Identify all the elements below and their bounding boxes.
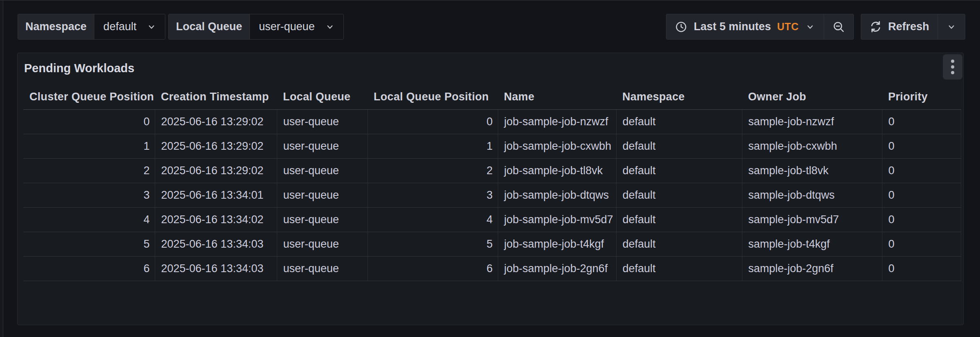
namespace-variable-dropdown[interactable]: default [94, 14, 165, 39]
kebab-menu-icon [951, 71, 954, 74]
table-cell-name: job-sample-job-2gn6f [498, 256, 616, 281]
refresh-button-group: Refresh [861, 14, 965, 40]
table-cell-creation-timestamp: 2025-06-16 13:34:01 [155, 183, 277, 207]
table-cell-name: job-sample-job-t4kgf [498, 232, 616, 256]
table-cell-namespace: default [616, 256, 742, 281]
table-cell-cluster-queue-position: 5 [23, 232, 155, 256]
table-cell-priority: 0 [882, 109, 961, 134]
table-cell-creation-timestamp: 2025-06-16 13:34:03 [155, 256, 277, 281]
table-cell-local-queue: user-queue [277, 158, 368, 183]
table-cell-local-queue: user-queue [277, 256, 368, 281]
column-header-local-queue[interactable]: Local Queue [277, 85, 368, 109]
table-cell-local-queue-position: 2 [368, 158, 498, 183]
table-cell-cluster-queue-position: 0 [23, 109, 155, 134]
panel-menu-button[interactable] [943, 54, 962, 80]
table-cell-local-queue-position: 6 [368, 256, 498, 281]
sync-icon [869, 20, 882, 33]
column-header-cluster-queue-position[interactable]: Cluster Queue Position [23, 85, 155, 109]
namespace-variable-value: default [103, 20, 136, 33]
magnifier-minus-icon [832, 20, 845, 33]
table-cell-owner-job: sample-job-dtqws [742, 183, 882, 207]
table-cell-creation-timestamp: 2025-06-16 13:29:02 [155, 158, 277, 183]
table-cell-priority: 0 [882, 256, 961, 281]
kebab-menu-icon [951, 65, 954, 69]
table-cell-owner-job: sample-job-cxwbh [742, 134, 882, 158]
grafana-dashboard: { "toolbar": { "variables": [ { "label":… [0, 0, 980, 337]
column-header-creation-timestamp[interactable]: Creation Timestamp [155, 85, 277, 109]
table-row: 32025-06-16 13:34:01user-queue3job-sampl… [23, 183, 961, 207]
table-cell-owner-job: sample-job-nzwzf [742, 109, 882, 134]
table-cell-cluster-queue-position: 4 [23, 207, 155, 232]
table-cell-local-queue-position: 5 [368, 232, 498, 256]
column-header-priority[interactable]: Priority [882, 85, 961, 109]
table-row: 42025-06-16 13:34:02user-queue4job-sampl… [23, 207, 961, 232]
table-cell-priority: 0 [882, 158, 961, 183]
table-cell-namespace: default [616, 183, 742, 207]
table-cell-owner-job: sample-job-mv5d7 [742, 207, 882, 232]
table-row: 12025-06-16 13:29:02user-queue1job-sampl… [23, 134, 961, 158]
table-cell-creation-timestamp: 2025-06-16 13:29:02 [155, 134, 277, 158]
table-cell-local-queue: user-queue [277, 183, 368, 207]
table-cell-namespace: default [616, 134, 742, 158]
table-cell-local-queue: user-queue [277, 207, 368, 232]
table-cell-namespace: default [616, 232, 742, 256]
table-row: 02025-06-16 13:29:02user-queue0job-sampl… [23, 109, 961, 134]
pending-workloads-table: Cluster Queue PositionCreation Timestamp… [23, 85, 961, 281]
table-cell-priority: 0 [882, 232, 961, 256]
table-cell-namespace: default [616, 109, 742, 134]
time-range-label: Last 5 minutes [694, 20, 771, 33]
refresh-button[interactable]: Refresh [861, 14, 938, 39]
chevron-down-icon [805, 22, 815, 32]
zoom-out-time-button[interactable] [824, 14, 853, 39]
table-cell-namespace: default [616, 207, 742, 232]
table-cell-owner-job: sample-job-t4kgf [742, 232, 882, 256]
namespace-variable-label: Namespace [18, 14, 94, 39]
table-cell-name: job-sample-job-tl8vk [498, 158, 616, 183]
table-cell-creation-timestamp: 2025-06-16 13:29:02 [155, 109, 277, 134]
local-queue-variable-label: Local Queue [169, 14, 250, 39]
table-cell-name: job-sample-job-dtqws [498, 183, 616, 207]
table-cell-priority: 0 [882, 183, 961, 207]
table-cell-owner-job: sample-job-tl8vk [742, 158, 882, 183]
table-row: 62025-06-16 13:34:03user-queue6job-sampl… [23, 256, 961, 281]
table-header-row: Cluster Queue PositionCreation Timestamp… [23, 85, 961, 109]
refresh-interval-dropdown[interactable] [938, 14, 965, 39]
refresh-button-label: Refresh [888, 20, 929, 33]
column-header-owner-job[interactable]: Owner Job [742, 85, 882, 109]
window-left-edge [0, 0, 3, 337]
pending-workloads-panel: Pending Workloads Cluster Queue Position… [17, 53, 964, 325]
table-cell-name: job-sample-job-nzwzf [498, 109, 616, 134]
local-queue-variable-control: Local Queue user-queue [168, 14, 344, 40]
chevron-down-icon [946, 22, 957, 32]
chevron-down-icon [325, 22, 335, 32]
namespace-variable-control: Namespace default [18, 14, 165, 40]
table-cell-priority: 0 [882, 134, 961, 158]
table-cell-local-queue: user-queue [277, 134, 368, 158]
column-header-local-queue-position[interactable]: Local Queue Position [368, 85, 498, 109]
clock-icon [675, 20, 688, 33]
table-cell-creation-timestamp: 2025-06-16 13:34:03 [155, 232, 277, 256]
column-header-namespace[interactable]: Namespace [616, 85, 742, 109]
table-cell-owner-job: sample-job-2gn6f [742, 256, 882, 281]
table-cell-cluster-queue-position: 2 [23, 158, 155, 183]
table-cell-cluster-queue-position: 3 [23, 183, 155, 207]
table-cell-priority: 0 [882, 207, 961, 232]
table-row: 52025-06-16 13:34:03user-queue5job-sampl… [23, 232, 961, 256]
table-cell-name: job-sample-job-mv5d7 [498, 207, 616, 232]
table-cell-namespace: default [616, 158, 742, 183]
table-cell-local-queue-position: 4 [368, 207, 498, 232]
table-cell-local-queue: user-queue [277, 232, 368, 256]
table-cell-local-queue-position: 3 [368, 183, 498, 207]
local-queue-variable-dropdown[interactable]: user-queue [250, 14, 343, 39]
panel-title: Pending Workloads [24, 53, 134, 83]
time-picker-button[interactable]: Last 5 minutes UTC [666, 14, 824, 39]
timezone-label: UTC [777, 21, 799, 33]
chevron-down-icon [146, 22, 157, 32]
table-cell-cluster-queue-position: 6 [23, 256, 155, 281]
local-queue-variable-value: user-queue [259, 20, 315, 33]
time-picker-group: Last 5 minutes UTC [666, 14, 854, 40]
column-header-name[interactable]: Name [498, 85, 616, 109]
table-cell-local-queue: user-queue [277, 109, 368, 134]
table-cell-creation-timestamp: 2025-06-16 13:34:02 [155, 207, 277, 232]
table-cell-cluster-queue-position: 1 [23, 134, 155, 158]
